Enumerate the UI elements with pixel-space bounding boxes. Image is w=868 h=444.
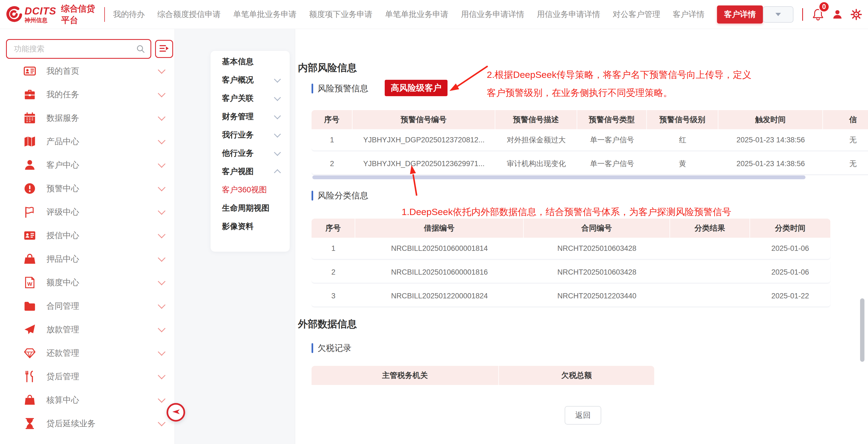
sidebar-item[interactable]: 预警中心 (0, 177, 175, 200)
sidebar-collapse-button[interactable] (166, 403, 185, 422)
top-header: DCITS 神州信息 综合信贷平台 我的待办综合额度授信申请单笔单批业务申请额度… (0, 0, 868, 29)
sidebar-menu: 我的首页我的任务数据服务产品中心客户中心预警中心评级中心授信中心押品中心W额度中… (0, 59, 175, 435)
menu-collapse-icon (159, 43, 169, 55)
table-row[interactable]: 2YJBHYJXH_DGP20250123629971...审计机构出现变化单一… (312, 153, 868, 175)
nav-tab-5[interactable]: 用信业务申请详情 (461, 9, 524, 20)
table-cell: 1 (312, 129, 352, 151)
menu-collapse-button[interactable] (155, 40, 173, 58)
chevron-down-icon (158, 184, 165, 191)
notifications-button[interactable]: 0 (812, 8, 824, 21)
subnav-item[interactable]: 财务管理 (211, 108, 290, 126)
subnav-item-label: 生命周期视图 (222, 203, 270, 214)
chevron-down-icon (158, 372, 165, 379)
vertical-scrollbar[interactable] (860, 298, 864, 362)
table-row[interactable]: 1YJBHYJXH_DGP20250123720812...对外担保金额过大单一… (312, 129, 868, 151)
subnav-item-label: 客户视图 (222, 166, 254, 177)
nav-tab-9[interactable]: 客户详情 (717, 5, 763, 24)
chevron-down-icon (274, 94, 281, 101)
id-card-filled-icon (24, 229, 36, 242)
sidebar-item[interactable]: 产品中心 (0, 130, 175, 153)
nav-tab-2[interactable]: 单笔单批业务申请 (233, 9, 297, 20)
table-cell: YJBHYJXH_DGP20250123720812... (352, 129, 495, 151)
gear-icon (850, 9, 862, 20)
sidebar-item-label: 授信中心 (46, 230, 79, 241)
nav-tab-1[interactable]: 综合额度授信申请 (157, 9, 221, 20)
nav-tab-6[interactable]: 用信业务申请详情 (537, 9, 600, 20)
folder-icon (24, 300, 36, 312)
flag-icon (24, 206, 36, 218)
subnav-item-label: 基本信息 (222, 56, 254, 67)
table-cell: 对外担保金额过大 (495, 129, 577, 151)
main-content: 内部风险信息 风险预警信息 高风险级客户 2.根据DeepSeek传导策略，将客… (295, 29, 868, 444)
search-input[interactable] (6, 39, 151, 59)
sidebar-item[interactable]: 数据服务 (0, 106, 175, 130)
table-row[interactable]: 3NRCBILL2025012200001824NRCHT20250122034… (312, 285, 830, 307)
table-cell: 审计机构出现变化 (495, 153, 577, 174)
handbag-icon (24, 253, 36, 265)
subnav-item[interactable]: 客户关联 (211, 89, 290, 108)
sidebar-item[interactable]: 贷后管理 (0, 365, 175, 388)
calendar-icon (24, 112, 36, 124)
sidebar-item[interactable]: 评级中心 (0, 200, 175, 224)
shopping-bag-icon (24, 394, 36, 406)
annotation-transfer-strategy: 2.根据DeepSeek传导策略，将客户名下预警信号向上传导，定义 客户预警级别… (487, 66, 850, 101)
horizontal-scrollbar[interactable] (312, 175, 805, 179)
header-divider (802, 8, 803, 21)
function-search (6, 39, 151, 59)
chevron-down-icon (158, 66, 165, 74)
table-row[interactable]: 1NRCBILL2025010600001814NRCHT20250106034… (312, 238, 830, 259)
chevron-down-icon (158, 90, 165, 97)
sidebar-item[interactable]: 贷后延续业务 (0, 412, 175, 435)
subnav-item[interactable]: 客户360视图 (211, 181, 290, 199)
table-header-cell: 预警信号描述 (495, 110, 577, 129)
sidebar-item[interactable]: 我的首页 (0, 59, 175, 83)
brand-subname: 神州信息 (25, 17, 56, 23)
subnav-item[interactable]: 影像资料 (211, 217, 290, 236)
sidebar-item[interactable]: W额度中心 (0, 271, 175, 294)
sidebar-item-label: 数据服务 (46, 113, 79, 124)
nav-tab-7[interactable]: 对公客户管理 (613, 9, 660, 20)
nav-tab-8[interactable]: 客户详情 (673, 9, 705, 20)
table-cell: 2025-01-22 (750, 285, 830, 306)
nav-tab-4[interactable]: 单笔单批业务申请 (385, 9, 448, 20)
back-button[interactable]: 返回 (565, 406, 601, 424)
sidebar-item-label: 贷后延续业务 (46, 418, 96, 429)
chevron-down-icon (158, 137, 165, 144)
subnav-item[interactable]: 他行业务 (211, 144, 290, 162)
user-icon (832, 9, 843, 20)
table-cell: NRCHT2025012203440 (524, 285, 670, 306)
sidebar-item-label: 我的首页 (46, 66, 79, 77)
table-header-cell: 触发时间 (718, 110, 823, 129)
subnav-item[interactable]: 客户概况 (211, 71, 290, 89)
sidebar-item[interactable]: 押品中心 (0, 247, 175, 271)
settings-button[interactable] (850, 9, 862, 20)
table-cell: 无 (823, 129, 868, 151)
chevron-down-icon (158, 325, 165, 332)
tab-overflow-dropdown-button[interactable] (763, 6, 794, 23)
sidebar-item[interactable]: 我的任务 (0, 83, 175, 106)
customer-detail-subnav: 基本信息客户概况客户关联财务管理我行业务他行业务客户视图客户360视图生命周期视… (210, 51, 290, 252)
user-profile-button[interactable] (832, 9, 843, 20)
subnav-item-label: 我行业务 (222, 129, 254, 141)
nav-tab-0[interactable]: 我的待办 (113, 9, 145, 20)
sidebar-item[interactable]: 合同管理 (0, 294, 175, 318)
nav-tab-3[interactable]: 额度项下业务申请 (309, 9, 372, 20)
subnav-item[interactable]: 基本信息 (211, 53, 290, 71)
table-header-cell: 分类时间 (750, 218, 830, 238)
sidebar-item-label: 押品中心 (46, 254, 79, 265)
chevron-down-icon (158, 348, 165, 356)
table-row[interactable]: 2NRCBILL2025010600001816NRCHT20250106034… (312, 262, 830, 283)
alert-circle-icon (24, 182, 36, 195)
main-sidebar: 我的首页我的任务数据服务产品中心客户中心预警中心评级中心授信中心押品中心W额度中… (0, 29, 175, 444)
sidebar-item-label: 放款管理 (46, 324, 79, 335)
sidebar-item[interactable]: 放款管理 (0, 318, 175, 341)
sidebar-item[interactable]: 还款管理 (0, 341, 175, 365)
sidebar-item[interactable]: 授信中心 (0, 224, 175, 247)
table-header-cell: 分类结果 (670, 218, 750, 238)
sidebar-item-label: 预警中心 (46, 183, 79, 194)
subnav-item[interactable]: 客户视图 (211, 162, 290, 181)
subnav-item[interactable]: 我行业务 (211, 126, 290, 144)
sidebar-item[interactable]: 核算中心 (0, 388, 175, 412)
subnav-item[interactable]: 生命周期视图 (211, 199, 290, 217)
sidebar-item[interactable]: 客户中心 (0, 153, 175, 177)
